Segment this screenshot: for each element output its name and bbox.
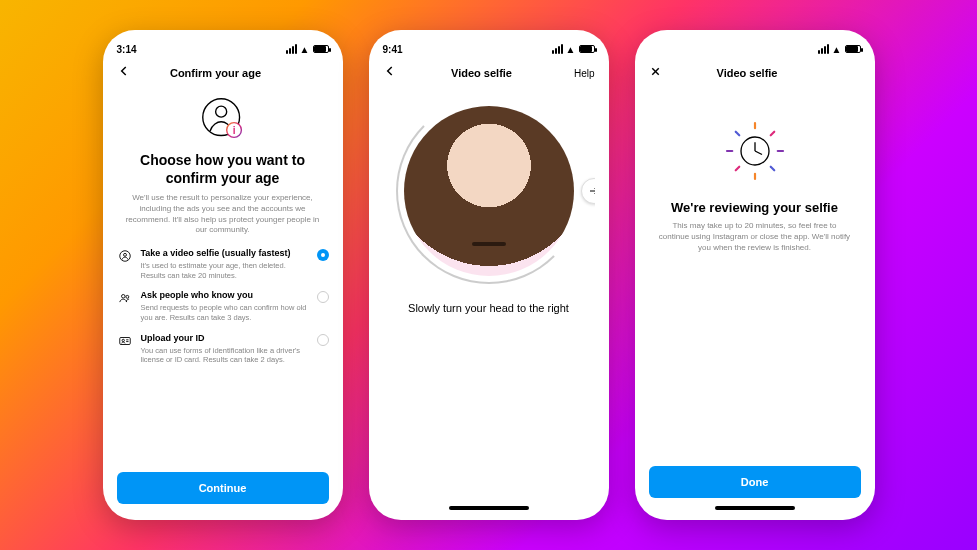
instruction-text: Slowly turn your head to the right [383, 302, 595, 314]
status-time: 3:14 [117, 44, 137, 55]
people-icon [117, 291, 133, 305]
wifi-icon: ▲ [300, 44, 310, 55]
svg-rect-8 [119, 337, 130, 344]
battery-icon [845, 45, 861, 53]
svg-line-21 [770, 167, 774, 171]
radio-selected[interactable] [317, 249, 329, 261]
option-video-selfie[interactable]: Take a video selfie (usually fastest) It… [117, 248, 329, 280]
status-bar: ▲ [649, 40, 861, 58]
option-desc: Send requests to people who can confirm … [141, 303, 309, 323]
status-icons: ▲ [286, 44, 329, 55]
page-title: Video selfie [662, 67, 833, 79]
subheading: This may take up to 20 minutes, so feel … [657, 221, 853, 253]
svg-point-1 [215, 106, 226, 117]
page-title: Video selfie [397, 67, 567, 79]
svg-point-6 [121, 295, 125, 299]
status-bar: 9:41 ▲ [383, 40, 595, 58]
status-time: 9:41 [383, 44, 403, 55]
svg-point-7 [125, 296, 128, 299]
wifi-icon: ▲ [832, 44, 842, 55]
close-icon[interactable] [649, 64, 662, 82]
nav-bar: Confirm your age [117, 58, 329, 88]
option-desc: It's used to estimate your age, then del… [141, 261, 309, 281]
back-icon[interactable] [117, 64, 131, 82]
status-bar: 3:14 ▲ [117, 40, 329, 58]
heading: We're reviewing your selfie [649, 200, 861, 215]
phone-confirm-age: 3:14 ▲ Confirm your age [103, 30, 343, 520]
option-desc: You can use forms of identification like… [141, 346, 309, 366]
selfie-preview [404, 106, 574, 276]
radio-unselected[interactable] [317, 291, 329, 303]
wifi-icon: ▲ [566, 44, 576, 55]
option-upload-id[interactable]: Upload your ID You can use forms of iden… [117, 333, 329, 365]
turn-right-arrow-icon [581, 178, 595, 204]
status-icons: ▲ [818, 44, 861, 55]
signal-icon [286, 44, 297, 54]
signal-icon [818, 44, 829, 54]
svg-point-9 [122, 339, 124, 341]
nav-bar: Video selfie [649, 58, 861, 88]
nav-bar: Video selfie Help [383, 58, 595, 88]
svg-line-25 [735, 132, 739, 136]
home-indicator [449, 506, 529, 510]
battery-icon [313, 45, 329, 53]
back-icon[interactable] [383, 64, 397, 82]
done-button[interactable]: Done [649, 466, 861, 498]
gradient-background: 3:14 ▲ Confirm your age [0, 0, 977, 550]
page-title: Confirm your age [131, 67, 301, 79]
option-title: Upload your ID [141, 333, 309, 344]
subheading: We'll use the result to personalize your… [123, 193, 323, 236]
signal-icon [552, 44, 563, 54]
video-selfie-icon [117, 249, 133, 263]
svg-line-19 [770, 132, 774, 136]
option-ask-people[interactable]: Ask people who know you Send requests to… [117, 290, 329, 322]
heading: Choose how you want to confirm your age [123, 152, 323, 187]
option-title: Take a video selfie (usually fastest) [141, 248, 309, 259]
battery-icon [579, 45, 595, 53]
clock-icon [649, 116, 861, 186]
phone-video-selfie: 9:41 ▲ Video selfie Help Sl [369, 30, 609, 520]
home-indicator [715, 506, 795, 510]
radio-unselected[interactable] [317, 334, 329, 346]
help-link[interactable]: Help [567, 68, 595, 79]
phone-reviewing: ▲ Video selfie [635, 30, 875, 520]
svg-line-17 [755, 151, 762, 155]
svg-text:i: i [232, 125, 235, 136]
options-list: Take a video selfie (usually fastest) It… [117, 248, 329, 365]
svg-line-23 [735, 167, 739, 171]
continue-button[interactable]: Continue [117, 472, 329, 504]
selfie-capture-ring [383, 106, 595, 276]
profile-info-icon: i [117, 96, 329, 142]
option-title: Ask people who know you [141, 290, 309, 301]
id-card-icon [117, 334, 133, 348]
svg-point-5 [123, 254, 126, 257]
status-icons: ▲ [552, 44, 595, 55]
